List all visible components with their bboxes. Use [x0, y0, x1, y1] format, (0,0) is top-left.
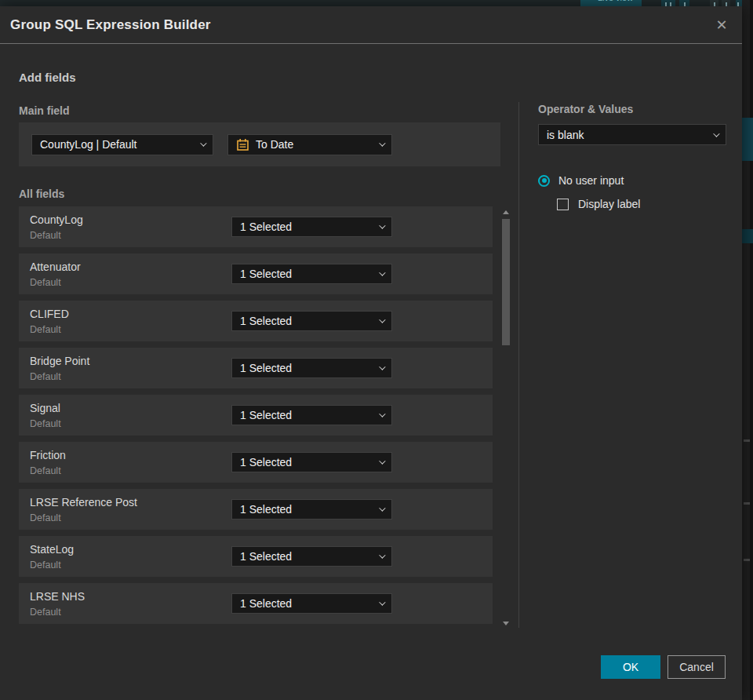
display-label-label: Display label: [578, 198, 640, 210]
toolbar-fragment-icon: [679, 0, 689, 6]
background-panel-fragment: [742, 229, 753, 243]
add-fields-heading: Add fields: [19, 71, 76, 84]
scrollbar-thumb[interactable]: [502, 219, 510, 345]
field-selected-dropdown-value: 1 Selected: [240, 315, 292, 327]
display-label-checkbox[interactable]: Display label: [557, 198, 640, 210]
all-fields-label: All fields: [19, 188, 64, 200]
chevron-down-icon: [379, 410, 385, 417]
main-field-label: Main field: [19, 104, 70, 117]
field-selected-dropdown-value: 1 Selected: [240, 503, 292, 516]
background-app-strip: Live view: [0, 0, 753, 6]
background-text-fragment: [744, 439, 750, 442]
toolbar-fragment-icon: [710, 0, 718, 6]
field-row: Bridge Point Default 1 Selected: [19, 348, 493, 388]
field-selected-dropdown-value: 1 Selected: [240, 456, 292, 468]
main-field-dropdown[interactable]: CountyLog | Default: [31, 134, 213, 155]
dialog-header: Group SQL Expression Builder ✕: [0, 6, 742, 44]
checkbox-unchecked-icon: [557, 199, 569, 210]
field-selected-dropdown[interactable]: 1 Selected: [231, 546, 392, 567]
background-text-fragment: [744, 502, 750, 505]
main-field-type-dropdown-value: To Date: [256, 138, 293, 151]
chevron-down-icon: [379, 552, 385, 558]
ok-button[interactable]: OK: [601, 655, 660, 679]
chevron-down-icon: [379, 458, 385, 464]
dialog-title: Group SQL Expression Builder: [0, 17, 211, 33]
cancel-button[interactable]: Cancel: [668, 655, 726, 679]
field-row: CountyLog Default 1 Selected: [19, 206, 493, 247]
chevron-down-icon: [379, 505, 385, 511]
chevron-down-icon: [379, 140, 385, 146]
field-selected-dropdown[interactable]: 1 Selected: [231, 499, 392, 520]
operator-values-label: Operator & Values: [538, 103, 633, 115]
chevron-down-icon: [379, 316, 385, 323]
background-panel-fragment: [742, 118, 753, 161]
close-icon[interactable]: ✕: [706, 6, 737, 44]
operator-dropdown[interactable]: is blank: [538, 124, 726, 145]
chevron-down-icon: [379, 599, 385, 605]
field-row: Attenuator Default 1 Selected: [19, 253, 493, 294]
field-row: CLIFED Default 1 Selected: [19, 301, 493, 341]
calendar-icon: [236, 138, 249, 151]
field-row: Friction Default 1 Selected: [19, 442, 493, 483]
toolbar-fragment-icon: [722, 0, 730, 6]
field-selected-dropdown-value: 1 Selected: [240, 221, 292, 233]
field-row: LRSE Reference Post Default 1 Selected: [19, 489, 493, 530]
field-row: LRSE NHS Default 1 Selected: [19, 583, 493, 624]
field-selected-dropdown[interactable]: 1 Selected: [231, 593, 392, 614]
chevron-down-icon: [379, 269, 385, 275]
field-selected-dropdown[interactable]: 1 Selected: [231, 358, 392, 378]
background-text-fragment: [744, 559, 750, 561]
field-selected-dropdown-value: 1 Selected: [240, 362, 292, 374]
scroll-down-arrow-icon[interactable]: [503, 622, 509, 625]
field-selected-dropdown[interactable]: 1 Selected: [231, 405, 392, 425]
live-view-label: Live view: [598, 0, 633, 2]
background-right-strip: [742, 0, 753, 700]
field-row: Signal Default 1 Selected: [19, 395, 493, 436]
chevron-down-icon: [200, 140, 206, 146]
field-selected-dropdown-value: 1 Selected: [240, 268, 292, 280]
field-selected-dropdown[interactable]: 1 Selected: [231, 452, 392, 472]
live-view-button[interactable]: Live view: [580, 0, 642, 6]
main-field-type-dropdown[interactable]: To Date: [227, 134, 392, 155]
field-selected-dropdown[interactable]: 1 Selected: [231, 264, 392, 284]
radio-selected-icon: [538, 175, 550, 187]
chevron-down-icon: [713, 130, 719, 137]
fields-list-scrollbar[interactable]: [502, 209, 511, 627]
main-field-panel: CountyLog | Default To Date: [19, 122, 500, 166]
field-selected-dropdown[interactable]: 1 Selected: [231, 311, 392, 331]
column-divider: [518, 102, 519, 628]
scroll-up-arrow-icon[interactable]: [503, 210, 509, 214]
field-row: StateLog Default 1 Selected: [19, 536, 493, 577]
no-user-input-label: No user input: [558, 174, 624, 187]
group-sql-expression-builder-dialog: Group SQL Expression Builder ✕ Add field…: [0, 6, 742, 700]
field-selected-dropdown-value: 1 Selected: [240, 409, 292, 421]
no-user-input-radio[interactable]: No user input: [538, 174, 624, 187]
field-selected-dropdown[interactable]: 1 Selected: [231, 217, 392, 237]
toolbar-fragment-icon: [661, 0, 675, 6]
all-fields-list: CountyLog Default 1 Selected Attenuator …: [19, 206, 493, 630]
main-field-dropdown-value: CountyLog | Default: [40, 138, 137, 151]
operator-dropdown-value: is blank: [547, 129, 584, 141]
chevron-down-icon: [379, 222, 385, 228]
field-selected-dropdown-value: 1 Selected: [240, 550, 292, 563]
chevron-down-icon: [379, 363, 385, 370]
field-selected-dropdown-value: 1 Selected: [240, 597, 292, 610]
